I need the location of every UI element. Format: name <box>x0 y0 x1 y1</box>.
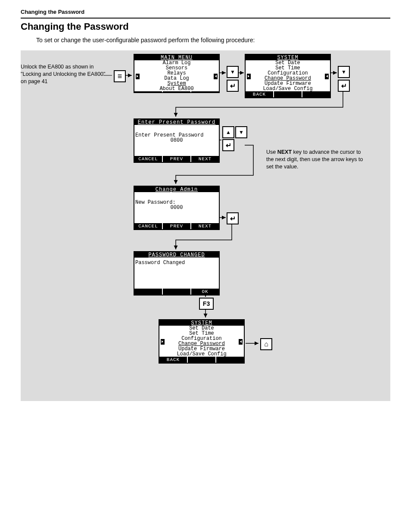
softkey-1 <box>134 91 163 92</box>
lcd-body: Set Date Set Time Configuration Change P… <box>246 60 330 91</box>
softkey-2 <box>163 91 191 92</box>
up-key-icon <box>222 126 234 138</box>
softkey-3 <box>191 91 219 92</box>
lcd-body: Set Date Set Time Configuration Change P… <box>159 326 244 357</box>
lcd-body: Alarm Log Sensors Relays Data Log System… <box>134 60 219 91</box>
running-header: Changing the Password <box>21 9 390 15</box>
softkey-prev: PREV <box>163 156 191 162</box>
screen-system-final: SYSTEM Set Date Set Time Configuration C… <box>159 319 245 364</box>
softkey-next: NEXT <box>191 223 219 229</box>
softkey-cancel: CANCEL <box>134 223 163 229</box>
section-title: Changing the Password <box>21 21 390 32</box>
screen-system: SYSTEM Set Date Set Time Configuration C… <box>245 54 331 98</box>
f3-key-icon: F3 <box>199 298 214 310</box>
softkey-back: BACK <box>159 357 188 363</box>
intro-text: To set or change the user-configurable p… <box>36 37 390 44</box>
enter-key-icon <box>227 212 239 224</box>
enter-key-icon <box>227 80 239 92</box>
softkey-ok: OK <box>191 289 219 295</box>
unlock-callout: Unlock the EA800 as shown in "Locking an… <box>21 63 107 85</box>
lcd-title: Enter Present Password <box>134 119 219 125</box>
lcd-body: Password Changed <box>134 258 219 289</box>
enter-key-icon <box>222 139 234 151</box>
procedure-diagram: Unlock the EA800 as shown in "Locking an… <box>21 50 390 401</box>
down-key-icon <box>235 126 247 138</box>
header-rule <box>21 18 390 19</box>
softkey-2 <box>274 91 302 97</box>
lcd-title: Change Admin <box>134 187 219 192</box>
down-key-icon <box>338 66 350 78</box>
scroll-right-icon <box>325 74 329 79</box>
scroll-right-icon <box>214 74 218 79</box>
lcd-body: Enter Present Password 0800 <box>134 125 219 156</box>
softkey-back: BACK <box>246 91 274 97</box>
menu-key-icon <box>114 70 126 82</box>
softkey-2 <box>188 357 216 363</box>
scroll-right-icon <box>239 339 243 345</box>
softkey-3 <box>302 91 330 97</box>
softkey-prev: PREV <box>163 223 191 229</box>
scroll-left-icon <box>247 74 251 79</box>
home-key-icon <box>260 338 272 350</box>
next-callout: Use NEXT key to advance the cursor to th… <box>266 149 365 171</box>
enter-key-icon <box>338 80 350 92</box>
screen-password-changed: PASSWORD CHANGED Password Changed OK <box>134 251 220 296</box>
softkey-next: NEXT <box>191 156 219 162</box>
scroll-left-icon <box>161 339 165 345</box>
down-key-icon <box>227 66 239 78</box>
softkey-2 <box>163 289 191 295</box>
screen-enter-password: Enter Present Password Enter Present Pas… <box>134 118 220 163</box>
screen-change-admin: Change Admin New Password: 0000 CANCEL P… <box>134 186 220 230</box>
softkey-cancel: CANCEL <box>134 156 163 162</box>
softkey-1 <box>134 289 163 295</box>
softkey-3 <box>216 357 244 363</box>
lcd-title: PASSWORD CHANGED <box>134 252 219 258</box>
lcd-body: New Password: 0000 <box>134 192 219 223</box>
screen-main-menu: MAIN MENU Alarm Log Sensors Relays Data … <box>134 54 220 93</box>
scroll-left-icon <box>136 74 140 79</box>
